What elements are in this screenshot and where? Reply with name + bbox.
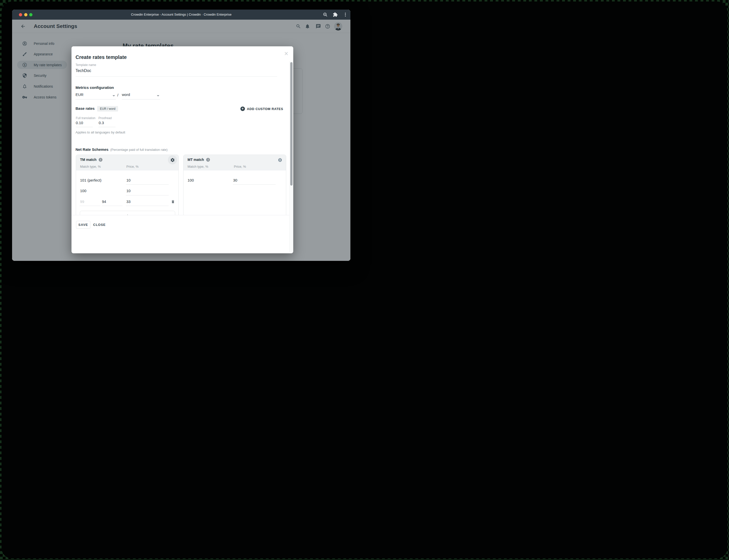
extensions-icon[interactable]	[333, 12, 338, 17]
info-icon[interactable]: i	[99, 158, 102, 162]
chevron-down-icon	[157, 95, 159, 96]
modal-scrollbar-thumb[interactable]	[290, 62, 293, 186]
chevron-down-icon	[113, 95, 115, 96]
input-underline	[76, 76, 277, 77]
save-button[interactable]: SAVE	[76, 221, 90, 229]
tm-row-price-input[interactable]: 10	[126, 178, 131, 182]
base-rates-note: Applies to all languages by default	[76, 130, 125, 134]
mt-card-title: MT match i	[188, 158, 210, 162]
browser-tab-title: Crowdin Enterprise - Account Settings | …	[12, 10, 351, 20]
browser-window: Crowdin Enterprise - Account Settings | …	[12, 10, 351, 261]
browser-menu-icon[interactable]	[343, 12, 348, 17]
mt-row-price-input[interactable]: 30	[233, 178, 237, 182]
browser-titlebar: Crowdin Enterprise - Account Settings | …	[12, 10, 351, 20]
net-rate-cards-area: TM match i Match type, % Price, % 101 (p…	[72, 155, 293, 215]
input-underline	[126, 206, 169, 206]
unit-value: word	[122, 92, 130, 97]
mt-row-match: 100	[188, 178, 194, 182]
template-name-label: Template name	[76, 63, 96, 67]
mt-match-card: MT match i Match type, % Price, % 100 30	[183, 155, 286, 215]
currency-value: EUR	[76, 92, 84, 97]
input-underline	[126, 195, 169, 195]
input-underline	[126, 184, 169, 185]
info-icon[interactable]: i	[206, 158, 210, 162]
currency-select[interactable]: EUR	[76, 92, 116, 99]
tm-row-price-input[interactable]: 33	[126, 199, 131, 204]
tm-col-price: Price, %	[126, 165, 139, 168]
full-translation-label: Full translation	[76, 116, 95, 120]
tm-row-match: 101 (perfect)	[80, 178, 101, 182]
close-icon[interactable]: ×	[284, 50, 288, 57]
tm-card-header: TM match i Match type, % Price, %	[76, 155, 179, 170]
template-name-input[interactable]: TechDoc	[76, 68, 91, 73]
footer-divider	[72, 215, 293, 215]
base-rates-chip: EUR / word	[97, 106, 118, 112]
tm-settings-gear-icon[interactable]	[168, 155, 177, 164]
mt-card-header: MT match i Match type, % Price, %	[184, 155, 286, 170]
input-underline	[233, 184, 276, 185]
zoom-indicator-icon[interactable]	[323, 12, 328, 17]
close-button[interactable]: CLOSE	[93, 221, 106, 229]
unit-select[interactable]: word	[122, 92, 160, 99]
app-viewport: Account Settings	[12, 20, 351, 261]
tm-match-card: TM match i Match type, % Price, % 101 (p…	[76, 155, 179, 215]
net-rate-schemes-subheading: (Percentage paid of full translation rat…	[110, 148, 168, 152]
tm-add-row-button[interactable]: +	[80, 211, 175, 215]
proofread-input[interactable]: 0.3	[99, 121, 104, 125]
base-rates-heading: Base rates	[76, 106, 95, 111]
tm-row-match: 100	[80, 189, 86, 193]
tm-col-match-type: Match type, %	[80, 165, 101, 168]
net-rate-schemes-heading: Net Rate Schemes(Percentage paid of full…	[76, 147, 168, 152]
add-custom-rates-button[interactable]: + ADD CUSTOM RATES	[241, 106, 283, 111]
tm-row-match-from-input[interactable]: 99	[80, 199, 84, 204]
tm-card-title: TM match i	[80, 158, 102, 162]
tm-row-match-to-input[interactable]: 94	[102, 199, 106, 204]
full-translation-input[interactable]: 0.10	[76, 121, 83, 125]
mt-col-price: Price, %	[234, 165, 246, 168]
mt-settings-gear-icon[interactable]	[276, 155, 285, 164]
mt-col-match-type: Match type, %	[188, 165, 208, 168]
metrics-separator: /	[117, 93, 118, 97]
proofread-label: Proofread	[98, 116, 112, 120]
metrics-configuration-heading: Metrics configuration	[76, 85, 114, 90]
tm-row-price-input[interactable]: 10	[126, 189, 131, 193]
trash-icon[interactable]	[171, 200, 175, 204]
input-underline	[80, 206, 100, 206]
add-custom-rates-label: ADD CUSTOM RATES	[247, 107, 283, 111]
plus-circle-icon: +	[241, 107, 245, 111]
input-underline	[102, 206, 123, 206]
modal-title: Create rates template	[76, 54, 127, 60]
create-rates-template-modal: Create rates template × Template name Te…	[72, 46, 293, 253]
